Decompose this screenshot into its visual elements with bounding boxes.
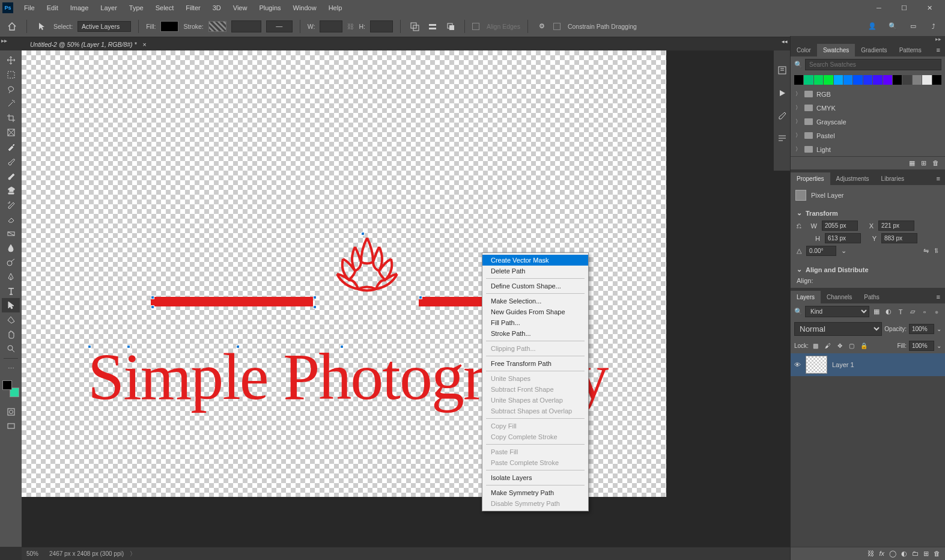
path-arrange-icon[interactable] bbox=[444, 20, 457, 33]
minimize-button[interactable]: ─ bbox=[872, 2, 886, 14]
delete-swatch-icon[interactable]: 🗑 bbox=[932, 159, 939, 167]
collapse-chevron-icon[interactable]: ▸▸ bbox=[1, 37, 7, 44]
filter-shape-icon[interactable]: ▱ bbox=[908, 307, 917, 317]
shape-tool[interactable] bbox=[2, 312, 20, 327]
search-icon[interactable]: 🔍 bbox=[886, 20, 899, 33]
align-edges-checkbox[interactable] bbox=[472, 23, 479, 30]
path-ops-icon[interactable] bbox=[408, 20, 421, 33]
gradient-tool[interactable] bbox=[2, 226, 20, 240]
filter-smart-icon[interactable]: ▫ bbox=[920, 307, 929, 317]
context-menu-item[interactable]: Free Transform Path bbox=[482, 358, 588, 369]
flip-v-icon[interactable]: ⥮ bbox=[934, 247, 939, 255]
tab-layers[interactable]: Layers bbox=[791, 291, 821, 303]
lasso-tool[interactable] bbox=[2, 82, 20, 96]
transform-x-field[interactable] bbox=[878, 221, 914, 231]
flip-h-icon[interactable]: ⇋ bbox=[923, 247, 929, 255]
swatch[interactable] bbox=[824, 75, 833, 85]
tab-adjustments[interactable]: Adjustments bbox=[830, 172, 875, 185]
swatch[interactable] bbox=[913, 75, 922, 85]
transform-w-field[interactable] bbox=[822, 221, 858, 231]
link-layers-icon[interactable]: ⛓ bbox=[868, 550, 874, 558]
link-wh-icon[interactable]: ⎌ bbox=[797, 221, 801, 230]
panel-chevron-icon[interactable]: ◂◂ bbox=[782, 38, 788, 44]
context-menu-item[interactable]: Make Symmetry Path bbox=[482, 487, 588, 498]
menu-image[interactable]: Image bbox=[64, 2, 95, 14]
swatch[interactable] bbox=[893, 75, 902, 85]
swatch[interactable] bbox=[922, 75, 931, 85]
home-icon[interactable] bbox=[5, 19, 19, 34]
menu-select[interactable]: Select bbox=[150, 2, 180, 14]
marquee-tool[interactable] bbox=[2, 67, 20, 82]
swatch[interactable] bbox=[814, 75, 823, 85]
layer-thumbnail[interactable] bbox=[806, 356, 827, 374]
pen-tool[interactable] bbox=[2, 269, 20, 284]
tab-paths[interactable]: Paths bbox=[858, 291, 886, 303]
delete-layer-icon[interactable]: 🗑 bbox=[934, 550, 940, 558]
lock-artboard-icon[interactable]: ▢ bbox=[847, 341, 857, 351]
tab-properties[interactable]: Properties bbox=[791, 172, 830, 185]
maximize-button[interactable]: ☐ bbox=[897, 2, 911, 14]
context-menu-item[interactable]: New Guides From Shape bbox=[482, 306, 588, 317]
opacity-field[interactable]: 100% bbox=[909, 324, 934, 334]
panel-collapse-icon[interactable]: ▸▸ bbox=[791, 36, 945, 41]
cloud-user-icon[interactable]: 👤 bbox=[866, 20, 879, 33]
swatch-grid-icon[interactable]: ▦ bbox=[909, 159, 915, 167]
color-picker[interactable] bbox=[2, 380, 19, 397]
zoom-tool[interactable] bbox=[2, 341, 20, 356]
lock-pixels-icon[interactable]: 🖌 bbox=[823, 341, 833, 351]
swatch[interactable] bbox=[883, 75, 892, 85]
context-menu-item[interactable]: Stroke Path... bbox=[482, 328, 588, 339]
swatch[interactable] bbox=[932, 75, 941, 85]
menu-window[interactable]: Window bbox=[287, 2, 323, 14]
menu-3d[interactable]: 3D bbox=[207, 2, 227, 14]
link-icon[interactable]: ⛓ bbox=[347, 23, 354, 30]
tab-channels[interactable]: Channels bbox=[821, 291, 858, 303]
filter-pixel-icon[interactable]: ▦ bbox=[872, 307, 881, 317]
stroke-width-field[interactable] bbox=[231, 20, 261, 32]
screen-mode-icon[interactable] bbox=[2, 419, 20, 433]
fill-field[interactable]: 100% bbox=[909, 341, 934, 351]
constrain-checkbox[interactable] bbox=[553, 23, 561, 30]
panel-menu-icon[interactable]: ≡ bbox=[932, 290, 945, 303]
share-icon[interactable]: ⤴ bbox=[927, 20, 940, 33]
filter-adjustment-icon[interactable]: ◐ bbox=[884, 307, 893, 317]
mask-icon[interactable]: ◯ bbox=[889, 550, 896, 558]
lock-transparency-icon[interactable]: ▩ bbox=[811, 341, 821, 351]
brush-tool[interactable] bbox=[2, 168, 20, 183]
layer-row[interactable]: 👁 Layer 1 bbox=[791, 353, 945, 376]
layer-filter-select[interactable]: Kind bbox=[805, 306, 869, 317]
paragraph-panel-icon[interactable] bbox=[777, 133, 788, 145]
swatch-search-input[interactable] bbox=[805, 59, 941, 70]
move-tool[interactable] bbox=[2, 53, 20, 67]
close-button[interactable]: ✕ bbox=[922, 2, 937, 14]
swatch[interactable] bbox=[873, 75, 882, 85]
context-menu-item[interactable]: Delete Path bbox=[482, 266, 588, 276]
swatch[interactable] bbox=[834, 75, 843, 85]
menu-file[interactable]: File bbox=[18, 2, 41, 14]
edit-toolbar-icon[interactable]: ⋯ bbox=[2, 361, 20, 376]
dodge-tool[interactable] bbox=[2, 255, 20, 269]
tab-gradients[interactable]: Gradients bbox=[855, 44, 893, 56]
blur-tool[interactable] bbox=[2, 240, 20, 255]
stroke-style-field[interactable]: — bbox=[266, 20, 293, 32]
canvas-viewport[interactable]: Simple Photography bbox=[22, 50, 790, 547]
tab-patterns[interactable]: Patterns bbox=[893, 44, 928, 56]
menu-type[interactable]: Type bbox=[123, 2, 150, 14]
height-field[interactable] bbox=[370, 20, 393, 32]
stroke-color[interactable] bbox=[208, 21, 226, 32]
doc-info[interactable]: 2467 px x 2408 px (300 ppi) bbox=[49, 550, 124, 557]
gear-icon[interactable]: ⚙ bbox=[535, 20, 548, 33]
menu-layer[interactable]: Layer bbox=[94, 2, 123, 14]
path-align-icon[interactable] bbox=[426, 20, 439, 33]
visibility-icon[interactable]: 👁 bbox=[794, 361, 801, 368]
eraser-tool[interactable] bbox=[2, 212, 20, 226]
transform-h-field[interactable] bbox=[825, 233, 861, 243]
new-swatch-icon[interactable]: ⊞ bbox=[921, 159, 926, 167]
tab-libraries[interactable]: Libraries bbox=[875, 172, 910, 185]
context-menu-item[interactable]: Create Vector Mask bbox=[482, 255, 588, 266]
workspace-icon[interactable]: ▭ bbox=[907, 20, 920, 33]
swatch-folder[interactable]: 〉Grayscale bbox=[791, 115, 945, 129]
tab-swatches[interactable]: Swatches bbox=[817, 44, 855, 56]
document-tab[interactable]: Untitled-2 @ 50% (Layer 1, RGB/8#) * × bbox=[23, 38, 154, 50]
context-menu-item[interactable]: Make Selection... bbox=[482, 296, 588, 306]
